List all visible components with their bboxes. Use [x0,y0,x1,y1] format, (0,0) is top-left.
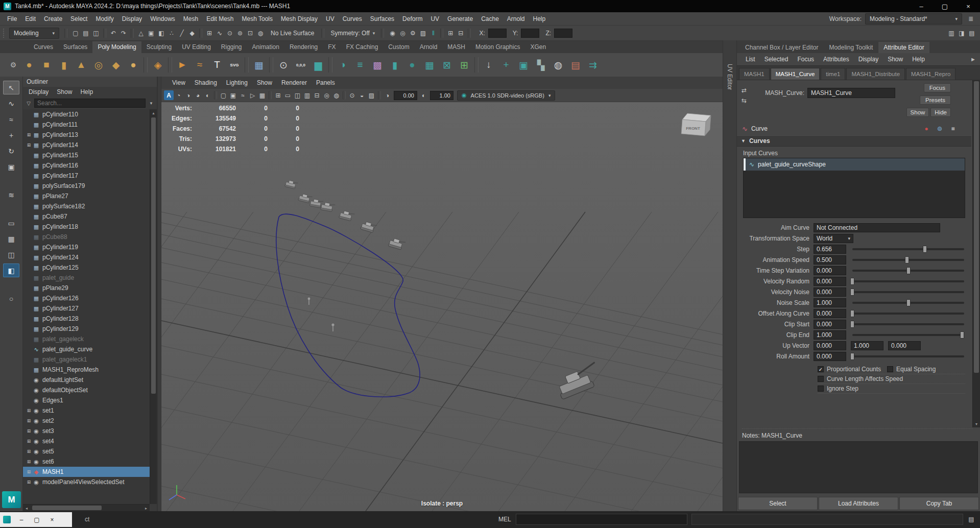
outliner-item[interactable]: ⊞ ▦ pCylinder129 [23,324,150,334]
viewport-menu-item[interactable]: Shading [190,78,222,88]
right-panel-tab[interactable]: Channel Box / Layer Editor [740,42,823,53]
slider-thumb[interactable] [850,289,854,296]
ignore-step-checkbox[interactable] [818,386,824,392]
up-vector-z-field[interactable]: 0.000 [888,341,921,350]
poly-disc-icon[interactable]: ● [125,55,142,75]
outliner-menu-item[interactable]: Display [25,87,52,97]
scroll-down-icon[interactable]: ▾ [973,420,980,427]
curve-arrows-icon[interactable]: ≈ [191,55,208,75]
slider-thumb[interactable] [850,321,854,328]
component-grid-icon[interactable]: ▩ [369,55,386,75]
expand-icon[interactable]: ⊞ [26,459,32,464]
field-chart-icon[interactable]: ⊟ [312,90,322,100]
render-current-frame-icon[interactable]: ◉ [387,28,397,38]
expand-icon[interactable]: ⊞ [26,449,32,454]
slider-track[interactable] [852,355,964,357]
zero-origin-icon[interactable]: 0,0,0 [292,55,309,75]
attribute-value-field[interactable]: 0.000 [814,352,846,361]
symmetry-dropdown[interactable]: Symmetry: Off ▾ [330,30,375,37]
shelf-tab[interactable]: Rigging [216,41,247,53]
outliner-item[interactable]: ⊞ ▦ pCylinder125 [23,262,150,273]
select-face-icon[interactable]: ◆ [187,28,197,38]
input-curve-row[interactable]: ∿ palet_guide_curveShape [744,158,965,171]
shelf-tab[interactable]: Curves [29,41,58,53]
menuset-dropdown[interactable]: Modeling ▾ [9,28,59,39]
outliner-vertical-scrollbar[interactable]: ▴ [150,109,157,504]
rotate-tool-icon[interactable]: ↻ [3,144,19,158]
shelf-tab[interactable]: Sculpting [141,41,177,53]
pause-icon[interactable]: ‖ [428,28,438,38]
curves-section-header[interactable]: ▼ Curves [737,135,971,147]
move-tool-icon[interactable]: + [3,128,19,142]
expand-icon[interactable]: ⊞ [26,132,32,137]
wire-sphere-icon[interactable]: ◍ [549,55,567,75]
outliner-item[interactable]: ⊞ ▦ pCylinder124 [23,252,150,262]
slider-track[interactable] [852,280,964,282]
attribute-value-field[interactable]: 0.000 [814,320,846,329]
outliner-item[interactable]: ⊞ ◉ set6 [23,457,150,467]
close-button[interactable]: × [957,0,980,12]
slider-track[interactable] [852,302,964,304]
attribute-value-field[interactable]: 0.500 [814,255,846,265]
script-editor-icon[interactable]: ▤ [966,514,976,524]
slider-track[interactable] [852,323,964,325]
outliner-menu-item[interactable]: Help [77,87,97,97]
swap-output-icon[interactable]: ⇆ [739,97,749,105]
attribute-value-field[interactable]: 0.000 [814,309,846,318]
node-tab[interactable]: MASH1 [739,68,770,80]
outliner-item[interactable]: ⊞ ◉ set4 [23,436,150,446]
shelf-tab[interactable]: MASH [442,41,470,53]
poly-count-chart-icon[interactable]: ▆ [309,55,327,75]
proportional-counts-checkbox[interactable] [818,366,824,372]
outliner-item[interactable]: ⊞ ▦ pCylinder114 [23,140,150,150]
menu-item[interactable]: Curves [339,13,366,25]
expand-icon[interactable]: ⊞ [26,142,32,148]
slider-thumb[interactable] [960,331,964,339]
lasso-tool-icon[interactable]: ∿ [3,97,19,110]
redo-icon[interactable]: ↷ [118,28,129,38]
pin-icon[interactable]: ► [970,56,976,62]
shelf-tab[interactable]: Rendering [284,41,323,53]
menu-item[interactable]: Edit Mesh [202,13,237,25]
menu-item[interactable]: Mesh Tools [238,13,277,25]
outliner-item[interactable]: ⊞ ▦ pCube87 [23,211,150,222]
shelf-tab[interactable]: FX Caching [341,41,384,53]
copy-tab-button[interactable]: Copy Tab [899,497,979,510]
render-settings-icon[interactable]: ⚙ [408,28,418,38]
outliner-item[interactable]: ⊞ ▦ palet_gageleck [23,334,150,344]
z-input[interactable] [554,29,572,38]
outliner-item[interactable]: ⊞ ▦ palet_gageleck1 [23,354,150,365]
lighting-mode-icon[interactable]: ◐ [203,90,212,100]
save-scene-icon[interactable]: ◫ [91,28,101,38]
expand-icon[interactable]: ⊞ [26,428,32,434]
layout-outliner-persp-icon[interactable]: ◧ [3,263,19,277]
poly-cylinder-icon[interactable]: ▮ [55,55,73,75]
hide-button[interactable]: Hide [930,108,951,117]
colorspace-dropdown[interactable]: ◉ ACES 1.0 SDR-video (sRGB) ▾ [457,90,555,101]
attribute-editor-menu-item[interactable]: Show [883,55,907,64]
outliner-item[interactable]: ⊞ ◉ set5 [23,446,150,457]
expand-icon[interactable]: ⊞ [26,479,32,485]
branch-arrows-icon[interactable]: ⇉ [584,55,602,75]
slider-thumb[interactable] [850,353,854,360]
uv-editor-tab[interactable]: UV Editor [726,64,733,511]
attribute-editor-scrollbar[interactable]: ▾ [972,80,980,427]
undo-icon[interactable]: ↶ [108,28,118,38]
exposure-icon[interactable]: ◑ [383,90,392,100]
menu-item[interactable]: Generate [443,13,477,25]
viewport-menu-item[interactable]: Panels [312,78,340,88]
menu-item[interactable]: Select [66,13,91,25]
menu-item[interactable]: Windows [146,13,179,25]
ipr-render-icon[interactable]: ◎ [397,28,408,38]
expand-icon[interactable]: ⊞ [26,408,32,413]
poly-cone-icon[interactable]: ▲ [73,55,90,75]
isolate-select-icon[interactable]: ⊙ [347,90,357,100]
attribute-value-field[interactable]: 1.000 [814,298,846,307]
aa-toggle-icon[interactable]: A [164,90,174,100]
resolution-gate-icon[interactable]: ◫ [293,90,302,100]
maximize-button[interactable]: ▢ [933,0,957,12]
poly-cube-icon[interactable]: ■ [38,55,55,75]
node-tab[interactable]: MASH1_Curve [771,68,820,80]
slider-thumb[interactable] [906,267,911,274]
mash-curve-name-field[interactable]: MASH1_Curve [807,88,895,98]
